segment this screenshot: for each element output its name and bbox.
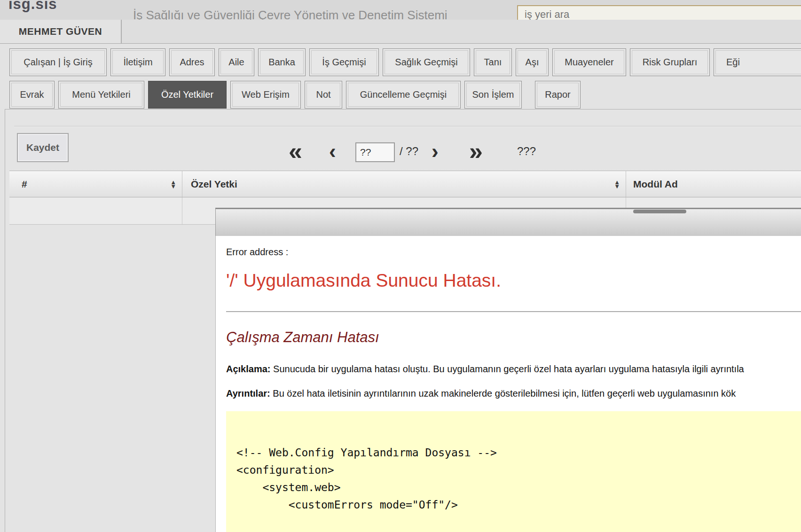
column-header-ozel-yetki[interactable]: Özel Yetki ▲▼ (182, 171, 626, 197)
tab-egitim[interactable]: Eği (714, 48, 801, 76)
error-description: Açıklama: Sunucuda bir uygulama hatası o… (226, 364, 801, 375)
pager-prev-button[interactable]: ‹ (329, 138, 336, 164)
code-line: <system.web> (236, 479, 801, 496)
tab-iletisim[interactable]: İletişim (110, 48, 165, 76)
top-header-bar: isg.sis İş Sağlığı ve Güvenliği Çevre Yö… (0, 0, 801, 20)
sort-icon[interactable]: ▲▼ (170, 180, 176, 188)
tab-tani[interactable]: Tanı (474, 48, 512, 76)
horizontal-scrollbar-thumb[interactable] (633, 210, 686, 213)
pager-first-button[interactable]: « (289, 138, 302, 164)
code-line: <configuration> (236, 462, 801, 479)
user-row: MEHMET GÜVEN (0, 20, 801, 44)
tab-calisan-is-giris[interactable]: Çalışan | İş Giriş (9, 48, 107, 76)
code-line: <!-- Web.Config Yapılandırma Dosyası --> (236, 444, 801, 462)
page-count-label: / ?? (400, 145, 418, 158)
tab-risk-gruplari[interactable]: Risk Grupları (630, 48, 710, 76)
sort-icon[interactable]: ▲▼ (614, 180, 620, 188)
tab-aile[interactable]: Aile (219, 48, 254, 76)
column-label: # (9, 179, 27, 190)
filter-cell (9, 197, 182, 224)
tab-saglik-gecmisi[interactable]: Sağlık Geçmişi (383, 48, 470, 76)
user-name-tab[interactable]: MEHMET GÜVEN (0, 20, 122, 43)
app-title: İş Sağlığı ve Güvenliği Çevre Yönetim ve… (133, 8, 448, 20)
error-address-label: Error address : (226, 236, 801, 258)
tab-is-gecmisi[interactable]: İş Geçmişi (309, 48, 379, 76)
tab-adres[interactable]: Adres (169, 48, 215, 76)
error-dialog-body: Error address : '/' Uygulamasında Sunucu… (215, 236, 801, 532)
description-text: Sunucuda bir uygulama hatası oluştu. Bu … (271, 364, 744, 374)
tab-rapor[interactable]: Rapor (535, 81, 581, 109)
tab-son-islem[interactable]: Son İşlem (464, 81, 522, 109)
save-button[interactable]: Kaydet (17, 133, 69, 162)
error-details: Ayrıntılar: Bu özel hata iletisinin ayrı… (226, 388, 801, 399)
tab-ozel-yetkiler[interactable]: Özel Yetkiler (148, 81, 227, 109)
tab-web-erisim[interactable]: Web Erişim (230, 81, 301, 109)
details-label: Ayrıntılar: (226, 388, 270, 399)
column-header-index[interactable]: # ▲▼ (9, 171, 182, 197)
description-label: Açıklama: (226, 364, 271, 374)
tab-banka[interactable]: Banka (258, 48, 306, 76)
app-window: isg.sis İş Sağlığı ve Güvenliği Çevre Yö… (0, 0, 801, 532)
error-dialog: Error address : '/' Uygulamasında Sunucu… (215, 208, 801, 532)
tab-menu-yetkileri[interactable]: Menü Yetkileri (58, 81, 144, 109)
pager-next-button[interactable]: › (432, 138, 439, 164)
column-header-modul-ad[interactable]: Modül Ad (626, 171, 801, 197)
tab-not[interactable]: Not (305, 81, 342, 109)
column-label: Özel Yetki (182, 179, 237, 190)
web-config-code-block: <!-- Web.Config Yapılandırma Dosyası -->… (226, 411, 801, 532)
search-input[interactable] (517, 5, 801, 20)
toolbar-separator (14, 126, 801, 127)
app-logo: isg.sis (8, 0, 57, 13)
server-error-title: '/' Uygulamasında Sunucu Hatası. (226, 270, 801, 292)
tab-evrak[interactable]: Evrak (9, 81, 55, 109)
details-text: Bu özel hata iletisinin ayrıntılarının u… (270, 388, 736, 399)
page-number-input[interactable] (355, 142, 395, 162)
record-count-label: ??? (517, 145, 536, 158)
table-header: # ▲▼ Özel Yetki ▲▼ Modül Ad (9, 171, 801, 197)
tab-guncelleme-gecmisi[interactable]: Güncelleme Geçmişi (346, 81, 461, 109)
column-label: Modül Ad (626, 179, 678, 190)
divider-rule (226, 311, 801, 312)
pager-last-button[interactable]: » (469, 138, 483, 164)
runtime-error-subtitle: Çalışma Zamanı Hatası (226, 329, 801, 346)
error-dialog-titlebar[interactable] (215, 208, 801, 236)
tab-muayeneler[interactable]: Muayeneler (552, 48, 626, 76)
tab-asi[interactable]: Aşı (516, 48, 549, 76)
code-line: <customErrors mode="Off"/> (236, 496, 801, 514)
